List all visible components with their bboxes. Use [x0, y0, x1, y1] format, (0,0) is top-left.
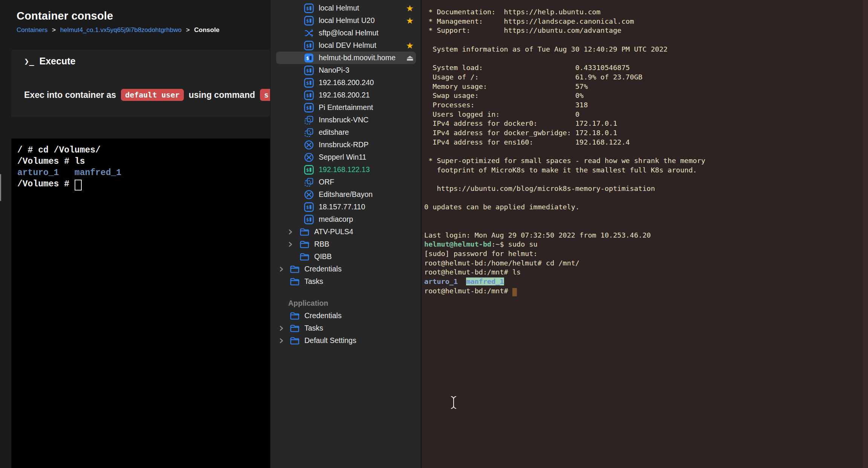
connection-row[interactable]: $local DEV Helmut★	[270, 39, 421, 52]
connection-row[interactable]: Sepperl Win11	[270, 151, 421, 163]
terminal-line: Users logged in: 0	[424, 110, 862, 119]
terminal-line: arturo_1 manfred_1	[17, 167, 270, 178]
execute-text-middle: using command	[189, 90, 255, 100]
svg-text:$: $	[306, 55, 309, 61]
vnc-icon	[304, 177, 314, 187]
row-label: 192.168.200.21	[319, 91, 370, 99]
connection-row[interactable]: $helmut-bd.moovit.home⏏	[270, 52, 421, 64]
exec-user-badge[interactable]: default user	[121, 89, 184, 101]
connection-row[interactable]: ORF	[270, 176, 421, 188]
folder-row[interactable]: Credentials	[270, 263, 421, 275]
row-label: Credentials	[304, 265, 342, 273]
terminal-icon: $	[304, 3, 314, 13]
terminal-line	[424, 212, 862, 221]
folder-row[interactable]: Credentials	[270, 309, 421, 322]
favorite-star-icon[interactable]: ★	[406, 3, 414, 13]
favorite-star-icon[interactable]: ★	[406, 41, 414, 50]
row-trailing: ★	[406, 14, 414, 27]
breadcrumb-separator: >	[186, 26, 190, 34]
container-console-panel: Container console Containers > helmut4_c…	[0, 0, 270, 468]
row-label: local Helmut U20	[319, 16, 374, 25]
terminal-line: * Management: https://landscape.canonica…	[424, 17, 862, 26]
terminal-icon: $	[304, 66, 314, 75]
terminal-line: System load: 0.43310546875	[424, 63, 862, 73]
page-title: Container console	[17, 10, 113, 22]
connection-row[interactable]: Innsbruck-VNC	[270, 114, 421, 126]
terminal-line: 0 updates can be applied immediately.	[424, 203, 862, 212]
connection-row[interactable]: $18.157.77.110	[270, 201, 421, 213]
rdp-icon	[304, 152, 314, 162]
folder-icon	[300, 252, 309, 262]
execute-card: ❯_ Execute Exec into container as defaul…	[11, 50, 270, 117]
terminal-line: root@helmut-bd:/mnt# ls	[424, 268, 862, 277]
folder-row[interactable]: RBB	[270, 238, 421, 250]
execute-heading: Execute	[40, 56, 76, 67]
connection-row[interactable]: $local Helmut★	[270, 2, 421, 14]
terminal-line: root@helmut-bd:/mnt#	[424, 287, 862, 296]
folder-row[interactable]: Tasks	[270, 275, 421, 288]
connection-row[interactable]: sftp@local Helmut	[270, 27, 421, 39]
left-scroll-indicator[interactable]	[0, 174, 1, 201]
row-trailing: ★	[406, 2, 414, 14]
execute-description: Exec into container as default user usin…	[24, 89, 270, 101]
connection-row[interactable]: $Pi Entertainment	[270, 101, 421, 114]
terminal-line: helmut@helmut-bd:~$ sudo su	[424, 240, 862, 249]
terminal-line: IPv4 address for ens160: 192.168.122.4	[424, 138, 862, 147]
connection-row[interactable]: editshare	[270, 126, 421, 139]
terminal-icon: $	[304, 202, 314, 212]
terminal-icon: $	[304, 78, 314, 88]
terminal-line	[424, 175, 862, 184]
connection-row[interactable]: Innsbruck-RDP	[270, 139, 421, 151]
ssh-terminal-window[interactable]: * Documentation: https://help.ubuntu.com…	[421, 0, 868, 468]
connection-row[interactable]: $192.168.122.13	[270, 163, 421, 176]
connections-sidebar: $local Helmut★$local Helmut U20★sftp@loc…	[270, 0, 421, 468]
connection-row[interactable]: $mediacorp	[270, 213, 421, 226]
eject-icon[interactable]: ⏏	[406, 53, 414, 63]
favorite-star-icon[interactable]: ★	[406, 16, 414, 26]
svg-text:$: $	[306, 105, 309, 111]
folder-icon	[300, 227, 309, 237]
chevron-right-icon[interactable]	[279, 338, 284, 343]
connection-row[interactable]: $192.168.200.21	[270, 89, 421, 101]
row-label: NanoPi-3	[319, 66, 349, 75]
breadcrumb-current: Console	[194, 26, 219, 34]
connection-row[interactable]: $local Helmut U20★	[270, 14, 421, 27]
terminal-icon: $	[304, 103, 314, 113]
connection-row[interactable]: Editshare/Bayon	[270, 188, 421, 201]
folder-row[interactable]: Tasks	[270, 322, 421, 334]
chevron-right-icon[interactable]	[279, 267, 284, 272]
folder-icon	[290, 311, 300, 321]
terminal-icon: $	[304, 16, 314, 26]
vnc-icon	[304, 128, 314, 137]
terminal-icon: $	[304, 165, 314, 175]
terminal-icon: $	[304, 90, 314, 100]
exec-command-badge[interactable]: s	[260, 89, 270, 101]
svg-text:$: $	[306, 43, 309, 49]
connection-row[interactable]: $NanoPi-3	[270, 64, 421, 76]
terminal-line: Usage of /: 61.9% of 23.70GB	[424, 73, 862, 82]
row-label: ATV-PULS4	[314, 227, 353, 236]
row-label: Innsbruck-RDP	[319, 140, 368, 149]
chevron-right-icon[interactable]	[279, 326, 284, 331]
row-label: local DEV Helmut	[319, 41, 376, 50]
terminal-scrollbar-track[interactable]	[863, 0, 868, 468]
row-label: mediacorp	[319, 215, 353, 224]
chevron-right-icon[interactable]	[288, 242, 293, 247]
connection-row[interactable]: $192.168.200.240	[270, 76, 421, 89]
container-shell-terminal[interactable]: / # cd /Volumes//Volumes # lsarturo_1 ma…	[11, 139, 270, 468]
terminal-line: /Volumes # ls	[17, 156, 270, 167]
breadcrumb-container-id-link[interactable]: helmut4_co.1.vx5yq65j9i7b8zodohtgrhbwo	[60, 26, 182, 34]
svg-text:$: $	[306, 68, 309, 73]
folder-row[interactable]: ATV-PULS4	[270, 226, 421, 238]
terminal-line: [sudo] password for helmut:	[424, 249, 862, 259]
breadcrumb-containers-link[interactable]: Containers	[17, 26, 47, 34]
folder-row[interactable]: QIBB	[270, 250, 421, 263]
terminal-prompt-icon: ❯_	[24, 56, 34, 66]
row-label: Tasks	[304, 277, 323, 286]
terminal-line: Memory usage: 57%	[424, 82, 862, 91]
chevron-right-icon[interactable]	[288, 229, 293, 235]
rdp-icon	[304, 190, 314, 200]
folder-icon	[300, 239, 309, 249]
folder-row[interactable]: Default Settings	[270, 334, 421, 347]
row-label: Innsbruck-VNC	[319, 116, 368, 124]
